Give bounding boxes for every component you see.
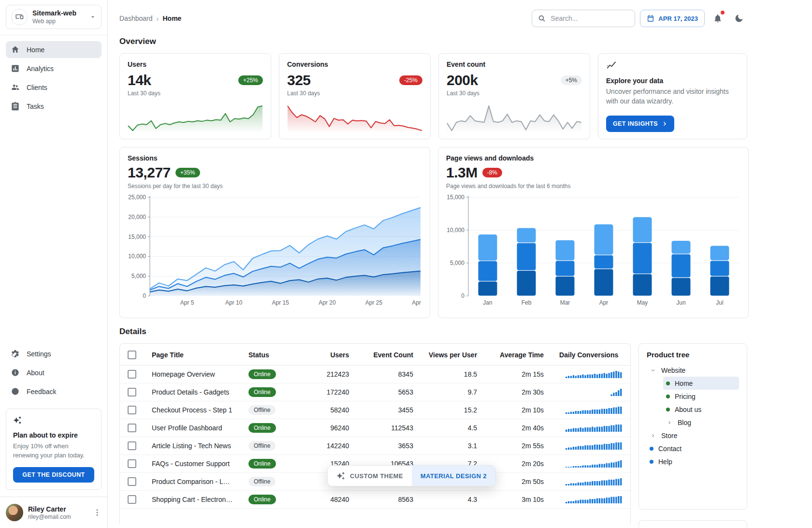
cell-users: 48240 bbox=[301, 491, 357, 509]
row-checkbox[interactable] bbox=[128, 388, 136, 396]
more-options-icon[interactable] bbox=[93, 508, 102, 517]
blue-dot-icon bbox=[650, 447, 653, 451]
explore-body: Uncover performance and visitor insights… bbox=[606, 87, 739, 106]
sidebar-item-analytics[interactable]: Analytics bbox=[6, 60, 102, 77]
cell-daily-conversions bbox=[551, 366, 630, 383]
tree-item-blog[interactable]: Blog bbox=[663, 416, 739, 429]
cell-views-per-user: 4.3 bbox=[421, 491, 485, 509]
column-users[interactable]: Users bbox=[301, 344, 357, 366]
secondary-nav: Settings About ? Feedback bbox=[0, 339, 107, 404]
bell-icon bbox=[713, 14, 723, 23]
svg-text:Mar: Mar bbox=[560, 299, 570, 306]
svg-text:25,000: 25,000 bbox=[128, 194, 146, 201]
row-checkbox[interactable] bbox=[128, 441, 136, 450]
material-design-2-button[interactable]: MATERIAL DESIGN 2 bbox=[412, 466, 495, 486]
tree-item-label: Blog bbox=[678, 419, 691, 426]
tree-item-contact[interactable]: Contact bbox=[647, 442, 739, 455]
date-picker-button[interactable]: APR 17, 2023 bbox=[640, 10, 705, 27]
devices-icon bbox=[11, 9, 28, 25]
tree-item-pricing[interactable]: Pricing bbox=[663, 390, 739, 403]
plan-expiry-card: Plan about to expire Enjoy 10% off when … bbox=[6, 409, 102, 490]
sidebar-item-settings[interactable]: Settings bbox=[6, 345, 102, 362]
sidebar-item-tasks[interactable]: Tasks bbox=[6, 98, 102, 115]
sidebar-item-about[interactable]: About bbox=[6, 364, 102, 381]
event-count-sparkline-chart bbox=[447, 103, 582, 132]
svg-text:Apr 10: Apr 10 bbox=[225, 299, 243, 306]
svg-text:Apr 15: Apr 15 bbox=[272, 299, 290, 306]
row-checkbox[interactable] bbox=[128, 370, 136, 379]
cell-page-title: Product Details - Gadgets bbox=[144, 383, 241, 401]
get-insights-button[interactable]: GET INSIGHTS bbox=[606, 116, 674, 132]
daily-conversions-mini-chart bbox=[566, 424, 623, 432]
column-event-count[interactable]: Event Count bbox=[357, 344, 421, 366]
gear-icon bbox=[11, 349, 20, 358]
column-page-title[interactable]: Page Title bbox=[144, 344, 241, 366]
workspace-select[interactable]: Sitemark-web Web app bbox=[6, 5, 102, 29]
cell-daily-conversions bbox=[551, 455, 630, 473]
row-checkbox[interactable] bbox=[128, 477, 136, 486]
daily-conversions-mini-chart bbox=[566, 442, 623, 450]
stat-value: 14k bbox=[128, 72, 151, 88]
row-checkbox[interactable] bbox=[128, 459, 136, 468]
tree-item-website[interactable]: Website bbox=[647, 364, 739, 377]
tree-item-help[interactable]: Help bbox=[647, 455, 739, 468]
column-average-time[interactable]: Average Time bbox=[485, 344, 551, 366]
sidebar-item-label: Clients bbox=[27, 84, 47, 91]
dark-mode-toggle[interactable] bbox=[731, 10, 747, 27]
search-icon bbox=[538, 15, 546, 22]
breadcrumb-dashboard[interactable]: Dashboard bbox=[119, 15, 153, 22]
sidebar-item-feedback[interactable]: ? Feedback bbox=[6, 383, 102, 400]
sessions-value: 13,277 bbox=[128, 164, 171, 181]
row-checkbox[interactable] bbox=[128, 424, 136, 432]
cell-average-time: 2m 10s bbox=[485, 401, 551, 419]
row-checkbox[interactable] bbox=[128, 406, 136, 414]
select-all-checkbox[interactable] bbox=[128, 351, 136, 359]
svg-text:Apr 20: Apr 20 bbox=[319, 299, 336, 306]
tree-item-label: Home bbox=[675, 380, 693, 387]
event-count-stat-card[interactable]: Event count 200k +5% Last 30 days bbox=[438, 53, 590, 139]
top-bar: Dashboard › Home APR 17, 2023 bbox=[119, 9, 747, 28]
promo-title: Plan about to expire bbox=[13, 431, 94, 439]
tree-item-about-us[interactable]: About us bbox=[663, 403, 739, 416]
trend-chip: -8% bbox=[482, 168, 502, 177]
conversions-stat-card[interactable]: Conversions 325 -25% Last 30 days bbox=[279, 53, 431, 139]
conversions-sparkline-chart bbox=[287, 103, 422, 132]
insights-icon bbox=[606, 60, 617, 73]
cell-event-count: 3455 bbox=[357, 401, 421, 419]
notifications-button[interactable] bbox=[710, 10, 726, 27]
main-area: Dashboard › Home APR 17, 2023 bbox=[108, 0, 812, 528]
get-insights-label: GET INSIGHTS bbox=[613, 120, 658, 127]
custom-theme-button[interactable]: CUSTOM THEME bbox=[328, 466, 412, 486]
cell-page-title: User Profile Dashboard bbox=[144, 419, 241, 437]
tree-item-store[interactable]: Store bbox=[647, 429, 739, 442]
row-checkbox[interactable] bbox=[128, 495, 136, 504]
sidebar-item-home[interactable]: Home bbox=[6, 41, 102, 58]
status-badge: Online bbox=[248, 369, 276, 379]
column-views-per-user[interactable]: Views per User bbox=[421, 344, 485, 366]
help-icon: ? bbox=[11, 387, 20, 396]
svg-text:0: 0 bbox=[461, 293, 464, 299]
svg-text:10,000: 10,000 bbox=[128, 253, 146, 260]
sidebar-item-label: Settings bbox=[27, 350, 51, 358]
tree-item-label: Pricing bbox=[675, 393, 696, 400]
cell-users: 172240 bbox=[301, 383, 357, 401]
sidebar-item-clients[interactable]: Clients bbox=[6, 79, 102, 96]
chevron-right-icon bbox=[666, 420, 673, 425]
column-status[interactable]: Status bbox=[241, 344, 301, 366]
search-input[interactable] bbox=[550, 14, 629, 23]
cell-views-per-user: 4.5 bbox=[421, 419, 485, 437]
get-discount-button[interactable]: GET THE DISCOUNT bbox=[13, 467, 94, 483]
tree-item-home[interactable]: Home bbox=[663, 377, 739, 390]
cell-average-time: 2m 30s bbox=[485, 383, 551, 401]
cell-users: 58240 bbox=[301, 401, 357, 419]
svg-text:Jun: Jun bbox=[676, 299, 685, 306]
column-daily-conversions[interactable]: Daily Conversions bbox=[551, 344, 630, 366]
users-stat-card[interactable]: Users 14k +25% Last 30 days bbox=[119, 53, 271, 139]
stat-value: 325 bbox=[287, 72, 311, 88]
daily-conversions-mini-chart bbox=[566, 478, 623, 485]
product-tree-card: Product tree Website Home Pricing bbox=[638, 343, 747, 510]
cell-page-title: Product Comparison - Laptops bbox=[144, 473, 241, 491]
workspace-type: Web app bbox=[32, 18, 76, 25]
notification-badge bbox=[721, 11, 725, 15]
stat-caption: Last 30 days bbox=[128, 90, 263, 97]
